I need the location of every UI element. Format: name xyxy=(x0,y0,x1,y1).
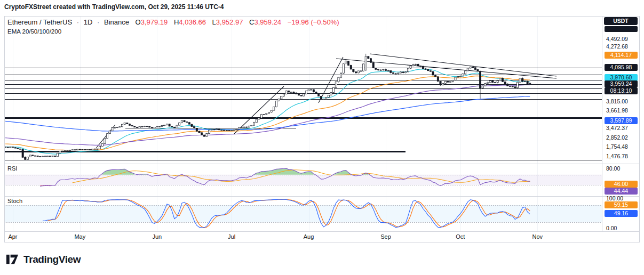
high-value: 4,036.66 xyxy=(179,18,206,26)
price-level-4492: 4,492.09 xyxy=(606,36,628,43)
price-level-1476: 1,476.78 xyxy=(606,153,628,160)
price-badge-clipped xyxy=(605,26,638,32)
close-label: C xyxy=(249,18,254,26)
rsi-pane-label[interactable]: RSI xyxy=(7,165,17,172)
rsi-scale-80: 80.00 xyxy=(606,165,620,172)
stoch-d-value-badge: 59.15 xyxy=(605,201,638,208)
month-label-nov: Nov xyxy=(528,233,546,240)
month-label-may: May xyxy=(71,233,89,240)
month-label-sep: Sep xyxy=(377,233,395,240)
price-level-3472: 3,472.37 xyxy=(606,125,628,132)
ema-indicator-label[interactable]: EMA 20/50/100/200 xyxy=(7,28,61,35)
time-axis[interactable]: AprMayJunJulAugSepOctNov xyxy=(4,231,640,242)
chart-attribution: CryptoFXStreet created with TradingView.… xyxy=(4,3,224,11)
close-value: 3,959.24 xyxy=(254,18,281,26)
month-label-aug: Aug xyxy=(300,233,318,240)
current-price-badge: 3,959.24 xyxy=(605,80,638,87)
separator-dot: · xyxy=(97,18,99,26)
month-label-apr: Apr xyxy=(4,233,22,240)
tradingview-logo-icon xyxy=(5,252,20,266)
rsi-value-badge: 44.44 xyxy=(605,188,638,195)
month-label-jul: Jul xyxy=(222,233,241,240)
month-label-jun: Jun xyxy=(148,233,166,240)
low-value: 3,952.97 xyxy=(216,18,243,26)
separator-dot: · xyxy=(77,18,79,26)
exchange-name: Binance xyxy=(104,18,129,26)
price-level-4095-badge: 4,095.98 xyxy=(605,64,638,71)
chart-frame: Ethereum / TetherUS · 1D · Binance O3,97… xyxy=(4,16,640,242)
open-label: O xyxy=(136,18,141,26)
high-label: H xyxy=(174,18,179,26)
tradingview-logo-text: TradingView xyxy=(23,254,81,265)
ema50-value-badge: 4,114.17 xyxy=(605,52,638,59)
open-value: 3,979.19 xyxy=(141,18,168,26)
price-scale[interactable]: USDT 4,492.094,272.684,114.174,095.983,9… xyxy=(602,16,640,231)
symbol-header[interactable]: Ethereum / TetherUS · 1D · Binance O3,97… xyxy=(7,18,339,26)
price-level-4272: 4,272.68 xyxy=(606,43,628,50)
stoch-k-value-badge: 49.16 xyxy=(605,210,638,217)
chart-canvas[interactable] xyxy=(4,16,640,242)
tradingview-chart-screenshot: CryptoFXStreet created with TradingView.… xyxy=(0,0,644,275)
quote-currency-badge[interactable]: USDT xyxy=(604,17,638,25)
tradingview-logo[interactable]: TradingView xyxy=(5,252,81,266)
price-level-3661: 3,661.98 xyxy=(606,107,628,114)
stoch-pane-label[interactable]: Stoch xyxy=(7,198,22,204)
stoch-scale-0: 0.00 xyxy=(606,225,617,232)
ema200-value-badge: 3,597.89 xyxy=(605,117,638,124)
bar-countdown-badge: 08:13:10 xyxy=(605,87,638,94)
timeframe[interactable]: 1D xyxy=(84,18,93,26)
low-label: L xyxy=(212,18,216,26)
price-level-2852: 2,852.02 xyxy=(606,134,628,141)
month-label-oct: Oct xyxy=(451,233,470,240)
price-change: −19.96 (−0.50%) xyxy=(288,18,339,26)
price-level-3815: 3,815.00 xyxy=(606,98,628,105)
price-level-1754: 1,754.48 xyxy=(606,143,628,150)
rsi-ma-value-badge: 46.00 xyxy=(605,181,638,188)
symbol-name[interactable]: Ethereum / TetherUS xyxy=(7,18,72,26)
